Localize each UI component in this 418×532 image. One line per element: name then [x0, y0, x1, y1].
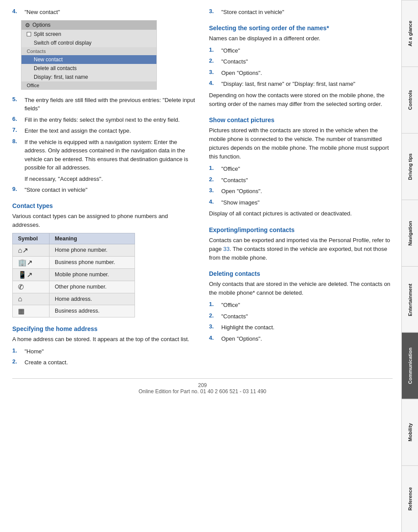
del-step-3-text: Highlight the contact.: [221, 323, 393, 332]
sort-step-1-num: 1.: [209, 46, 221, 55]
ui-title: Options: [32, 22, 50, 28]
sort-step-3: 3. Open "Options".: [209, 69, 393, 78]
show-step-3-num: 3.: [209, 187, 221, 196]
table-row: 🏢↗ Business phone number.: [13, 256, 135, 268]
table-row: ✆ Other phone number.: [13, 281, 135, 293]
main-content: 4. "New contact" ⚙ Options Split screen …: [0, 0, 401, 532]
sidebar-tab-navigation[interactable]: Navigation: [402, 200, 418, 266]
meaning-home-address: Home address.: [50, 293, 135, 305]
page-footer: 209 Online Edition for Part no. 01 40 2 …: [12, 378, 393, 395]
sort-step-2: 2. "Contacts": [209, 57, 393, 66]
exporting-page-link[interactable]: 33: [223, 246, 230, 252]
show-step-2: 2. "Contacts": [209, 176, 393, 185]
sidebar-tab-controls[interactable]: Controls: [402, 67, 418, 133]
sort-step-1: 1. "Office": [209, 46, 393, 55]
sidebar-tab-mobility-label: Mobility: [407, 423, 413, 442]
ui-delete-all: Delete all contacts: [21, 64, 156, 73]
right-step-3: 3. "Store contact in vehicle": [209, 8, 393, 17]
sidebar-tab-mobility[interactable]: Mobility: [402, 399, 418, 465]
spec-step-2: 2. Create a contact.: [12, 358, 196, 367]
exporting-intro: Contacts can be exported and imported vi…: [209, 236, 393, 262]
show-step-2-num: 2.: [209, 176, 221, 185]
sidebar-tab-communication[interactable]: Communication: [402, 332, 418, 399]
step-7-text: Enter the text and assign the contact ty…: [25, 127, 196, 135]
show-step-1-text: "Office": [221, 165, 393, 173]
table-col-symbol: Symbol: [13, 233, 50, 244]
deleting-intro: Only contacts that are stored in the veh…: [209, 280, 393, 297]
table-row: ▦ Business address.: [13, 305, 135, 317]
exporting-rest: . The contacts stored in the vehicle are…: [209, 246, 387, 261]
step-8: 8. If the vehicle is equipped with a nav…: [12, 138, 196, 172]
symbol-business-address: ▦: [13, 305, 50, 317]
sidebar-tabs: At a glance Controls Driving tips Naviga…: [401, 0, 418, 532]
specifying-intro: A home address can be stored. It appears…: [12, 335, 196, 344]
del-step-1: 1. "Office": [209, 301, 393, 310]
show-step-1: 1. "Office": [209, 165, 393, 173]
sort-step-3-text: Open "Options".: [221, 69, 393, 78]
ui-contacts-group: Contacts: [21, 47, 156, 55]
del-step-2-num: 2.: [209, 312, 221, 321]
step-9-num: 9.: [12, 186, 25, 194]
sidebar-tab-navigation-label: Navigation: [407, 221, 413, 245]
specifying-heading: Specifying the home address: [12, 325, 196, 332]
sort-step-3-num: 3.: [209, 69, 221, 78]
ui-screenshot: ⚙ Options Split screen Switch off contro…: [21, 20, 157, 90]
show-note: Display of all contact pictures is activ…: [209, 209, 393, 218]
ui-office: Office: [21, 81, 156, 89]
col-left: 4. "New contact" ⚙ Options Split screen …: [12, 8, 196, 370]
step-9: 9. "Store contact in vehicle": [12, 186, 196, 194]
sorting-heading: Selecting the sorting order of the names…: [209, 25, 393, 32]
symbol-home-phone: ⌂↗: [13, 244, 50, 256]
table-row: ⌂ Home address.: [13, 293, 135, 305]
show-step-3: 3. Open "Options".: [209, 187, 393, 196]
sort-step-4-num: 4.: [209, 80, 221, 88]
sidebar-tab-controls-label: Controls: [407, 90, 413, 110]
ui-display: Display: first, last name: [21, 73, 156, 81]
meaning-business-address: Business address.: [50, 305, 135, 317]
step-4-num: 4.: [12, 8, 25, 17]
sidebar-tab-entertainment-label: Entertainment: [407, 283, 413, 316]
spec-step-1: 1. "Home": [12, 347, 196, 356]
sidebar-tab-entertainment[interactable]: Entertainment: [402, 266, 418, 333]
del-step-4-text: Open "Options".: [221, 335, 393, 343]
del-step-3: 3. Highlight the contact.: [209, 323, 393, 332]
del-step-4-num: 4.: [209, 335, 221, 343]
meaning-home-phone: Home phone number.: [50, 244, 135, 256]
step-4: 4. "New contact": [12, 8, 196, 17]
sidebar-tab-driving-tips[interactable]: Driving tips: [402, 133, 418, 200]
sidebar-tab-reference-label: Reference: [407, 487, 413, 511]
contact-types-intro: Various contact types can be assigned to…: [12, 212, 196, 229]
table-col-meaning: Meaning: [50, 233, 135, 244]
del-step-1-text: "Office": [221, 301, 393, 310]
show-contact-intro: Pictures stored with the contacts are st…: [209, 126, 393, 162]
sidebar-tab-at-a-glance[interactable]: At a glance: [402, 0, 418, 67]
symbol-other-phone: ✆: [13, 281, 50, 293]
sidebar-tab-reference[interactable]: Reference: [402, 465, 418, 532]
spec-step-1-text: "Home": [25, 347, 196, 356]
step-8-text: If the vehicle is equipped with a naviga…: [25, 138, 196, 172]
step-4-text: "New contact": [25, 8, 196, 17]
show-step-4-text: "Show images": [221, 198, 393, 207]
step-8-num: 8.: [12, 138, 25, 172]
sort-step-1-text: "Office": [221, 46, 393, 55]
symbol-home-address: ⌂: [13, 293, 50, 305]
sorting-note: Depending on how the contacts were store…: [209, 91, 393, 109]
ui-switch-off: Switch off control display: [21, 39, 156, 47]
sidebar-tab-driving-tips-label: Driving tips: [407, 153, 413, 180]
deleting-heading: Deleting contacts: [209, 270, 393, 277]
step-5: 5. The entry fields are still filled wit…: [12, 96, 196, 113]
spec-step-2-text: Create a contact.: [25, 358, 196, 367]
del-step-3-num: 3.: [209, 323, 221, 332]
spec-step-2-num: 2.: [12, 358, 25, 367]
meaning-business-phone: Business phone number.: [50, 256, 135, 268]
ui-title-bar: ⚙ Options: [21, 21, 156, 30]
show-step-4-num: 4.: [209, 198, 221, 207]
ui-checkbox-icon: [27, 32, 31, 36]
sidebar-tab-communication-label: Communication: [407, 348, 413, 384]
step-6-num: 6.: [12, 116, 25, 124]
show-contact-heading: Show contact pictures: [209, 116, 393, 123]
show-step-3-text: Open "Options".: [221, 187, 393, 196]
exporting-heading: Exporting/importing contacts: [209, 226, 393, 233]
show-step-1-num: 1.: [209, 165, 221, 173]
step-6: 6. Fill in the entry fields: select the …: [12, 116, 196, 124]
